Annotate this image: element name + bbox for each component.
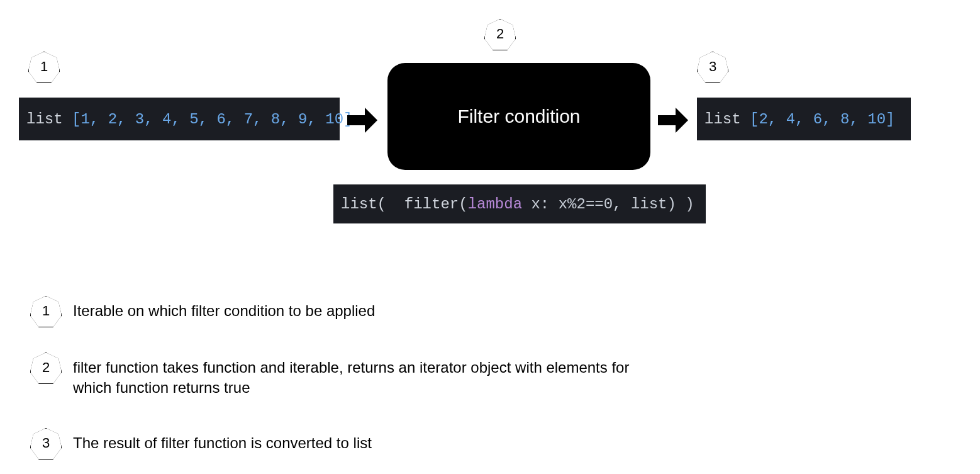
legend-badge-3: 3 — [30, 428, 62, 460]
legend-text-1: Iterable on which filter condition to be… — [73, 296, 375, 321]
badge-1-label: 1 — [40, 59, 48, 75]
arrow-right-1-icon — [346, 105, 379, 135]
legend-badge-1-label: 1 — [42, 303, 50, 319]
legend-text-2: filter function takes function and itera… — [73, 353, 639, 398]
legend-badge-3-label: 3 — [42, 435, 50, 451]
legend-badge-2-label: 2 — [42, 359, 50, 376]
input-list-codebox: list [1, 2, 3, 4, 5, 6, 7, 8, 9, 10] — [19, 98, 340, 140]
legend-row-1: 1 Iterable on which filter condition to … — [30, 296, 375, 327]
badge-2: 2 — [484, 19, 516, 50]
legend-row-3: 3 The result of filter function is conve… — [30, 428, 372, 460]
legend-badge-2: 2 — [30, 353, 62, 384]
filter-condition-label: Filter condition — [457, 106, 580, 127]
input-list-values: [1, 2, 3, 4, 5, 6, 7, 8, 9, 10] — [72, 111, 352, 128]
filter-code-snippet: list( filter(lambda x: x%2==0, list) ) — [333, 184, 706, 223]
badge-3-label: 3 — [709, 59, 716, 75]
output-list-codebox: list [2, 4, 6, 8, 10] — [697, 98, 911, 140]
legend-row-2: 2 filter function takes function and ite… — [30, 353, 639, 398]
badge-1: 1 — [28, 52, 60, 83]
badge-2-label: 2 — [496, 26, 504, 42]
filter-code-part2: x: x%2==0, list) ) — [522, 196, 694, 213]
input-list-prefix: list — [26, 111, 72, 128]
output-list-prefix: list — [704, 111, 750, 128]
filter-code-part1: list( filter( — [341, 196, 468, 213]
filter-condition-box: Filter condition — [387, 63, 650, 170]
legend-badge-1: 1 — [30, 296, 62, 327]
badge-3: 3 — [697, 52, 728, 83]
legend-text-3: The result of filter function is convert… — [73, 428, 372, 453]
output-list-values: [2, 4, 6, 8, 10] — [750, 111, 894, 128]
arrow-right-2-icon — [657, 105, 689, 135]
filter-code-lambda: lambda — [468, 196, 522, 213]
